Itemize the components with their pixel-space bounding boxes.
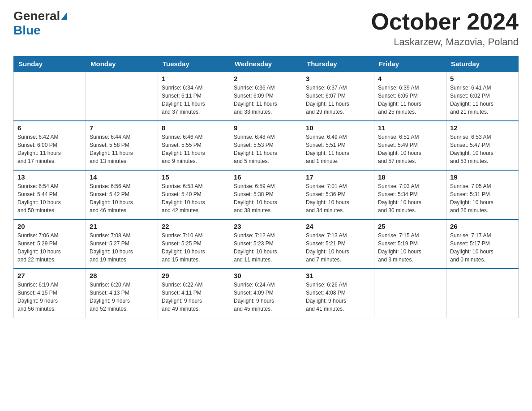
calendar-cell: 8Sunrise: 6:46 AM Sunset: 5:55 PM Daylig… [158, 121, 230, 170]
day-info: Sunrise: 6:37 AM Sunset: 6:07 PM Dayligh… [306, 84, 370, 116]
day-info: Sunrise: 6:20 AM Sunset: 4:13 PM Dayligh… [90, 281, 154, 313]
day-info: Sunrise: 6:46 AM Sunset: 5:55 PM Dayligh… [162, 133, 226, 165]
day-number: 21 [90, 223, 154, 230]
day-info: Sunrise: 6:26 AM Sunset: 4:08 PM Dayligh… [306, 281, 370, 313]
day-number: 19 [450, 173, 515, 181]
day-info: Sunrise: 6:44 AM Sunset: 5:58 PM Dayligh… [90, 133, 154, 165]
logo-triangle-icon [61, 12, 67, 20]
day-number: 30 [234, 272, 298, 279]
calendar-cell: 15Sunrise: 6:58 AM Sunset: 5:40 PM Dayli… [158, 170, 230, 219]
calendar-cell: 21Sunrise: 7:08 AM Sunset: 5:27 PM Dayli… [86, 219, 158, 269]
calendar-cell: 31Sunrise: 6:26 AM Sunset: 4:08 PM Dayli… [302, 269, 374, 318]
calendar-cell: 1Sunrise: 6:34 AM Sunset: 6:11 PM Daylig… [158, 72, 230, 121]
header: General Blue October 2024 Laskarzew, Maz… [13, 9, 519, 48]
calendar-week-row: 20Sunrise: 7:06 AM Sunset: 5:29 PM Dayli… [14, 219, 519, 269]
day-info: Sunrise: 6:36 AM Sunset: 6:09 PM Dayligh… [234, 84, 298, 116]
day-number: 25 [378, 223, 442, 230]
day-number: 28 [90, 272, 154, 279]
day-info: Sunrise: 7:06 AM Sunset: 5:29 PM Dayligh… [17, 231, 82, 264]
calendar-cell [374, 269, 446, 318]
day-info: Sunrise: 7:12 AM Sunset: 5:23 PM Dayligh… [234, 231, 298, 264]
title-area: October 2024 Laskarzew, Mazovia, Poland [371, 9, 519, 48]
calendar-cell: 12Sunrise: 6:53 AM Sunset: 5:47 PM Dayli… [446, 121, 519, 170]
day-info: Sunrise: 6:59 AM Sunset: 5:38 PM Dayligh… [234, 182, 298, 214]
weekday-header-monday: Monday [86, 56, 158, 72]
day-number: 16 [234, 173, 298, 181]
day-info: Sunrise: 6:24 AM Sunset: 4:09 PM Dayligh… [234, 281, 298, 313]
day-number: 9 [234, 124, 298, 132]
day-info: Sunrise: 7:15 AM Sunset: 5:19 PM Dayligh… [378, 231, 442, 264]
day-number: 15 [162, 173, 226, 181]
day-number: 12 [450, 124, 515, 132]
weekday-header-thursday: Thursday [302, 56, 374, 72]
day-info: Sunrise: 7:01 AM Sunset: 5:36 PM Dayligh… [306, 182, 370, 214]
month-title: October 2024 [371, 9, 519, 34]
weekday-header-saturday: Saturday [446, 56, 519, 72]
calendar-cell: 4Sunrise: 6:39 AM Sunset: 6:05 PM Daylig… [374, 72, 446, 121]
calendar-cell: 29Sunrise: 6:22 AM Sunset: 4:11 PM Dayli… [158, 269, 230, 318]
location-title: Laskarzew, Mazovia, Poland [371, 36, 519, 48]
calendar-week-row: 6Sunrise: 6:42 AM Sunset: 6:00 PM Daylig… [14, 121, 519, 170]
calendar-cell: 28Sunrise: 6:20 AM Sunset: 4:13 PM Dayli… [86, 269, 158, 318]
day-number: 26 [450, 223, 515, 230]
day-info: Sunrise: 6:49 AM Sunset: 5:51 PM Dayligh… [306, 133, 370, 165]
weekday-header-wednesday: Wednesday [230, 56, 302, 72]
logo-blue-text: Blue [13, 23, 41, 38]
day-number: 29 [162, 272, 226, 279]
calendar-cell: 13Sunrise: 6:54 AM Sunset: 5:44 PM Dayli… [14, 170, 86, 219]
calendar-cell: 3Sunrise: 6:37 AM Sunset: 6:07 PM Daylig… [302, 72, 374, 121]
calendar-cell: 10Sunrise: 6:49 AM Sunset: 5:51 PM Dayli… [302, 121, 374, 170]
calendar-cell: 23Sunrise: 7:12 AM Sunset: 5:23 PM Dayli… [230, 219, 302, 269]
day-number: 27 [17, 272, 82, 279]
calendar-week-row: 27Sunrise: 6:19 AM Sunset: 4:15 PM Dayli… [14, 269, 519, 318]
calendar-cell [446, 269, 519, 318]
day-number: 10 [306, 124, 370, 132]
calendar-cell: 9Sunrise: 6:48 AM Sunset: 5:53 PM Daylig… [230, 121, 302, 170]
day-info: Sunrise: 6:53 AM Sunset: 5:47 PM Dayligh… [450, 133, 515, 165]
day-info: Sunrise: 6:22 AM Sunset: 4:11 PM Dayligh… [162, 281, 226, 313]
day-info: Sunrise: 6:34 AM Sunset: 6:11 PM Dayligh… [162, 84, 226, 116]
calendar-cell: 16Sunrise: 6:59 AM Sunset: 5:38 PM Dayli… [230, 170, 302, 219]
day-number: 7 [90, 124, 154, 132]
day-info: Sunrise: 7:10 AM Sunset: 5:25 PM Dayligh… [162, 231, 226, 264]
calendar-cell: 18Sunrise: 7:03 AM Sunset: 5:34 PM Dayli… [374, 170, 446, 219]
day-number: 11 [378, 124, 442, 132]
calendar-cell: 26Sunrise: 7:17 AM Sunset: 5:17 PM Dayli… [446, 219, 519, 269]
day-info: Sunrise: 7:13 AM Sunset: 5:21 PM Dayligh… [306, 231, 370, 264]
calendar-cell: 14Sunrise: 6:56 AM Sunset: 5:42 PM Dayli… [86, 170, 158, 219]
day-number: 1 [162, 75, 226, 82]
day-number: 8 [162, 124, 226, 132]
calendar-cell: 30Sunrise: 6:24 AM Sunset: 4:09 PM Dayli… [230, 269, 302, 318]
weekday-header-friday: Friday [374, 56, 446, 72]
calendar-cell: 22Sunrise: 7:10 AM Sunset: 5:25 PM Dayli… [158, 219, 230, 269]
day-number: 18 [378, 173, 442, 181]
day-number: 17 [306, 173, 370, 181]
weekday-header-tuesday: Tuesday [158, 56, 230, 72]
day-number: 5 [450, 75, 515, 82]
day-number: 23 [234, 223, 298, 230]
day-number: 31 [306, 272, 370, 279]
day-info: Sunrise: 7:08 AM Sunset: 5:27 PM Dayligh… [90, 231, 154, 264]
day-info: Sunrise: 6:54 AM Sunset: 5:44 PM Dayligh… [17, 182, 82, 214]
day-info: Sunrise: 6:56 AM Sunset: 5:42 PM Dayligh… [90, 182, 154, 214]
day-info: Sunrise: 6:58 AM Sunset: 5:40 PM Dayligh… [162, 182, 226, 214]
day-number: 6 [17, 124, 82, 132]
day-info: Sunrise: 6:39 AM Sunset: 6:05 PM Dayligh… [378, 84, 442, 116]
day-info: Sunrise: 7:03 AM Sunset: 5:34 PM Dayligh… [378, 182, 442, 214]
day-number: 13 [17, 173, 82, 181]
calendar-cell: 20Sunrise: 7:06 AM Sunset: 5:29 PM Dayli… [14, 219, 86, 269]
calendar-cell: 19Sunrise: 7:05 AM Sunset: 5:31 PM Dayli… [446, 170, 519, 219]
day-number: 4 [378, 75, 442, 82]
day-number: 20 [17, 223, 82, 230]
calendar-cell: 7Sunrise: 6:44 AM Sunset: 5:58 PM Daylig… [86, 121, 158, 170]
calendar-cell: 25Sunrise: 7:15 AM Sunset: 5:19 PM Dayli… [374, 219, 446, 269]
weekday-header-sunday: Sunday [14, 56, 86, 72]
calendar-cell: 6Sunrise: 6:42 AM Sunset: 6:00 PM Daylig… [14, 121, 86, 170]
weekday-header-row: SundayMondayTuesdayWednesdayThursdayFrid… [14, 56, 519, 72]
logo-general-text: General [13, 9, 60, 23]
calendar-cell: 17Sunrise: 7:01 AM Sunset: 5:36 PM Dayli… [302, 170, 374, 219]
calendar-table: SundayMondayTuesdayWednesdayThursdayFrid… [13, 56, 519, 318]
day-info: Sunrise: 6:19 AM Sunset: 4:15 PM Dayligh… [17, 281, 82, 313]
calendar-cell: 11Sunrise: 6:51 AM Sunset: 5:49 PM Dayli… [374, 121, 446, 170]
day-number: 14 [90, 173, 154, 181]
